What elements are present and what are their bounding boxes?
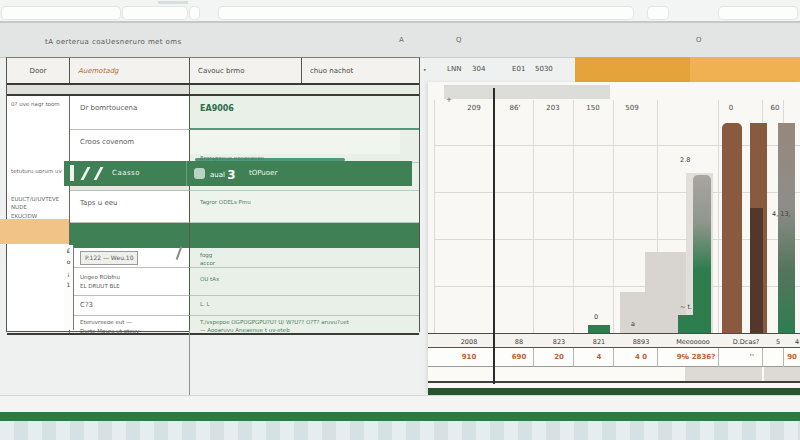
toolbar-button[interactable]	[648, 7, 668, 19]
field-value-cell[interactable]: fogg accor	[190, 248, 419, 268]
x-axis-label: 2008	[461, 338, 478, 346]
cell-border	[613, 348, 614, 367]
row-label-cell[interactable]	[7, 268, 70, 296]
document-title: tA oerterua coaUesneruro met oms	[45, 38, 182, 46]
horizontal-gridline	[434, 286, 800, 287]
chart-divider-line	[493, 88, 495, 384]
value-cell[interactable]: 4 0	[635, 353, 647, 361]
vertical-gridline	[434, 100, 435, 333]
x-axis-label: 5	[776, 338, 780, 346]
chart-column-header: 150	[586, 104, 599, 112]
selected-row[interactable]: Caasso aual 3 tOPuoer	[64, 161, 412, 186]
field-name-cell[interactable]: Croos covenom	[70, 130, 190, 163]
gray-cell	[764, 367, 800, 381]
column-header[interactable]: Door	[7, 58, 70, 83]
pen-stroke-icon	[94, 167, 104, 180]
field-name-cell[interactable]: Dr bomrtoucena	[70, 96, 190, 130]
row-label-cell[interactable]	[7, 248, 70, 268]
value-cell[interactable]: 9℅ 2836?	[677, 353, 716, 361]
value-cell[interactable]: ''	[750, 353, 754, 361]
table-row: 0? uve nagr toom Dr bomrtoucena EA9006	[7, 96, 419, 130]
taskbar-strip	[0, 421, 800, 440]
selected-row-value2: tOPuoer	[249, 169, 277, 177]
selected-cell	[190, 223, 419, 248]
pen-stroke-icon	[81, 167, 91, 180]
selected-row-value: aual 3	[210, 168, 236, 182]
column-header[interactable]: chuo nachot	[302, 58, 419, 83]
table-row: Croos covenom Brorapoeue eoeoeoeoe Bovtb…	[7, 130, 419, 163]
cell-border	[573, 348, 574, 367]
browser-tab[interactable]	[2, 7, 120, 19]
search-icon[interactable]: Q	[456, 36, 462, 44]
x-axis-label: D.Dcas?	[733, 338, 759, 346]
app-toolbar: tA oerterua coaUesneruro met oms A Q O	[0, 23, 800, 58]
chart-column-header: 86'	[510, 104, 521, 112]
subheader-cell	[7, 85, 190, 94]
value-cell[interactable]: 90	[787, 353, 797, 361]
empty-row[interactable]	[428, 367, 800, 381]
horizontal-gridline	[434, 145, 800, 146]
chart-column-header: 203	[546, 104, 559, 112]
chart-annotation: 0	[594, 313, 598, 321]
field-name-cell[interactable]: Taps u eeu	[70, 191, 190, 223]
value-cell[interactable]: 20	[554, 353, 564, 361]
gray-cell	[685, 367, 762, 381]
new-tab-button[interactable]	[190, 7, 199, 19]
x-axis-row: 2008888238218893MeeoooooD.Dcas?54	[428, 333, 800, 348]
field-name-cell[interactable]: Ungeo RObfnu EL DRUUT BLE	[70, 268, 190, 296]
cell-border	[657, 348, 658, 367]
row-label-cell[interactable]	[7, 130, 70, 163]
column-header[interactable]: Auemotadg	[70, 58, 190, 83]
subheader-cell	[190, 85, 419, 94]
horizontal-gridline	[434, 192, 800, 193]
field-value-cell[interactable]: Brorapoeue eoeoeoeoe Bovtbeuruabual	[190, 130, 419, 163]
header-number: 304	[472, 65, 485, 73]
x-axis-label: Meeooooo	[676, 338, 710, 346]
address-bar[interactable]	[219, 7, 633, 19]
value-cell[interactable]: 910	[462, 353, 477, 361]
browser-chrome	[0, 0, 800, 23]
x-axis-label: 8893	[633, 338, 650, 346]
chart-column-headers: 20986'203150509060	[428, 100, 800, 118]
value-prefix: aual	[210, 171, 227, 179]
horizontal-gridline	[434, 239, 800, 240]
field-name-cell[interactable]: Eteruvreeoe eut — Durte Moura ut oteuv	[70, 316, 190, 333]
field-value-cell[interactable]: L. L	[190, 296, 419, 316]
cell-border	[762, 348, 763, 367]
chart-panel[interactable]: + 20986'203150509060 2.80a~ t.4, 13, 200…	[428, 82, 800, 395]
value-row[interactable]: 9106902044 09℅ 2836?''90	[428, 348, 800, 367]
toolbar-button[interactable]	[719, 7, 797, 19]
application-window: tA oerterua coaUesneruro met oms A Q O •…	[0, 0, 800, 440]
row-label-cell[interactable]	[7, 316, 70, 333]
chart-column-header: 509	[625, 104, 638, 112]
field-name-cell[interactable]: P.122 — Weu.10	[70, 248, 190, 268]
field-value-cell[interactable]: EA9006	[190, 96, 419, 130]
row-label-cell[interactable]	[7, 296, 70, 316]
field-name-cell[interactable]: C?3	[70, 296, 190, 316]
options-icon[interactable]: O	[696, 36, 702, 44]
highlight-cell[interactable]	[0, 219, 69, 244]
field-value-cell[interactable]: Tagror ODELs Pmu	[190, 191, 419, 223]
row-label-cell[interactable]: 0? uve nagr toom	[7, 96, 70, 130]
column-border-extension	[189, 330, 190, 397]
cursor-bar	[70, 165, 74, 181]
value-cell[interactable]: 690	[512, 353, 527, 361]
status-bar[interactable]	[0, 412, 800, 421]
browser-tab[interactable]	[123, 7, 187, 19]
x-axis-label: 821	[593, 338, 605, 346]
selected-cell	[70, 223, 190, 248]
field-value-cell[interactable]: OU tAx	[190, 268, 419, 296]
x-axis-label: 823	[553, 338, 565, 346]
column-header[interactable]: Cavouc brmo	[190, 58, 302, 83]
highlight-band-light	[690, 57, 800, 83]
row-label-cell[interactable]: tetuturu uorum uv	[7, 163, 70, 191]
sort-icon[interactable]: A	[399, 36, 404, 44]
vertical-gridline	[573, 100, 574, 333]
chart-column-header: 0	[729, 104, 733, 112]
row-grip-strip[interactable]: £ o ¡ 1	[64, 245, 74, 330]
x-axis-label: 4	[795, 338, 799, 346]
chart-annotation: a	[631, 320, 635, 328]
value-cell[interactable]: 4	[597, 353, 602, 361]
field-value-cell[interactable]: T./vspepoe OGPOGPGPU?U? U/ W?U?? O?T? ar…	[190, 316, 419, 333]
checkbox-icon[interactable]	[194, 168, 205, 179]
